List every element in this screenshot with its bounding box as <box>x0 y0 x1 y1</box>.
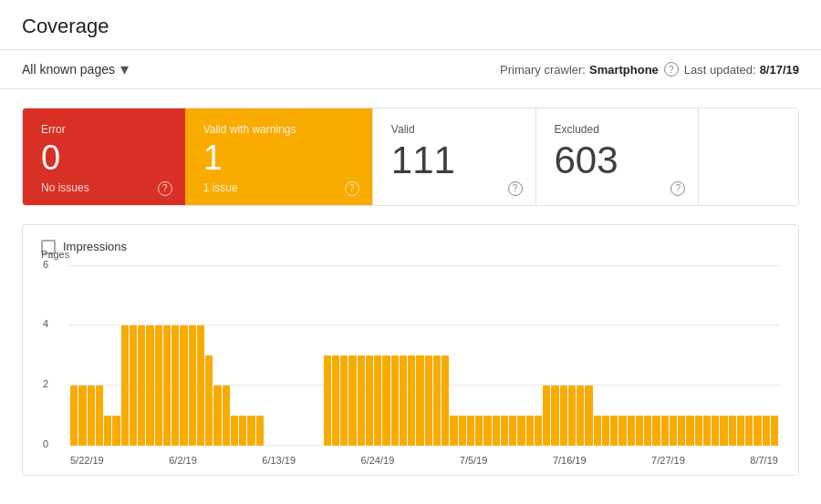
bar <box>348 355 356 446</box>
bar <box>526 416 534 446</box>
bar <box>223 386 230 446</box>
grid-label-0: 0 <box>43 438 48 449</box>
bar <box>247 416 255 446</box>
filter-label: All known pages <box>22 62 115 77</box>
bar <box>670 416 677 446</box>
bar <box>70 386 78 446</box>
bar <box>560 386 567 446</box>
bar <box>425 355 432 446</box>
grid-label-4: 4 <box>43 318 48 329</box>
bar <box>138 325 145 446</box>
bar <box>332 355 339 446</box>
chart-area: Pages 6 4 2 0 5/22/196/2/196/13/196/24/1… <box>41 265 780 466</box>
excluded-value: 603 <box>555 139 681 181</box>
valid-value: 111 <box>391 139 517 181</box>
bar <box>644 416 651 446</box>
bar <box>628 416 635 446</box>
bar <box>483 416 491 446</box>
warning-value: 1 <box>203 139 354 178</box>
warning-sub: 1 issue <box>203 181 354 194</box>
bar <box>753 416 761 446</box>
primary-crawler-value: Smartphone <box>589 63 659 77</box>
toolbar: All known pages ▾ Primary crawler: Smart… <box>0 50 821 89</box>
chart-section: Impressions Pages 6 4 2 0 5/22/196/2/196… <box>22 224 799 476</box>
x-axis-label: 8/7/19 <box>750 455 778 466</box>
bar <box>88 386 95 446</box>
error-label: Error <box>41 123 167 136</box>
impressions-row: Impressions <box>41 240 780 254</box>
bar <box>433 355 441 446</box>
toolbar-right: Primary crawler: Smartphone ? Last updat… <box>500 62 799 77</box>
x-axis-label: 6/24/19 <box>361 455 395 466</box>
x-axis-label: 7/16/19 <box>553 455 587 466</box>
bar <box>729 416 736 446</box>
bar <box>594 416 601 446</box>
bar <box>610 416 618 446</box>
bar <box>231 416 238 446</box>
bar <box>197 325 204 446</box>
primary-crawler-help-icon[interactable]: ? <box>664 62 679 77</box>
grid-label-2: 2 <box>43 378 48 389</box>
bar <box>678 416 685 446</box>
bar <box>543 386 550 446</box>
excluded-card[interactable]: Excluded 603 ? <box>535 108 699 205</box>
bar <box>618 416 626 446</box>
bar <box>121 325 129 446</box>
bar <box>442 355 449 446</box>
main-content: Error 0 No issues ? Valid with warnings … <box>0 89 821 494</box>
bar <box>340 355 348 446</box>
bar <box>636 416 643 446</box>
x-axis-label: 6/2/19 <box>169 455 197 466</box>
valid-help-icon[interactable]: ? <box>506 179 525 196</box>
bar <box>239 416 246 446</box>
bar <box>382 355 390 446</box>
bar <box>661 416 669 446</box>
bar <box>213 386 221 446</box>
warning-label: Valid with warnings <box>203 123 354 136</box>
bar <box>104 416 111 446</box>
bar <box>180 325 187 446</box>
bar <box>416 355 423 446</box>
bar <box>391 355 399 446</box>
error-value: 0 <box>41 139 167 178</box>
bar <box>509 416 516 446</box>
bar <box>686 416 693 446</box>
valid-label: Valid <box>391 123 517 136</box>
error-help-icon[interactable]: ? <box>156 179 174 196</box>
bar <box>163 325 171 446</box>
bar <box>763 416 770 446</box>
warning-help-icon[interactable]: ? <box>343 179 361 196</box>
bar <box>146 325 153 446</box>
bar <box>551 386 558 446</box>
x-axis-label: 6/13/19 <box>262 455 296 466</box>
bar <box>493 416 500 446</box>
last-updated-prefix: Last updated: <box>684 63 756 77</box>
bar <box>358 355 365 446</box>
bar <box>78 386 86 446</box>
excluded-help-icon[interactable]: ? <box>669 179 687 196</box>
bar <box>695 416 702 446</box>
empty-card <box>698 108 798 205</box>
bar <box>475 416 483 446</box>
bar <box>408 355 415 446</box>
bar <box>324 355 331 446</box>
warning-card[interactable]: Valid with warnings 1 1 issue ? <box>185 108 372 205</box>
bar <box>171 325 179 446</box>
bar <box>189 325 196 446</box>
impressions-label: Impressions <box>63 240 127 253</box>
bar <box>459 416 466 446</box>
last-updated-value: 8/17/19 <box>760 63 799 77</box>
bar <box>712 416 719 446</box>
valid-card[interactable]: Valid 111 ? <box>372 108 535 205</box>
x-axis-label: 7/27/19 <box>651 455 685 466</box>
x-axis-labels: 5/22/196/2/196/13/196/24/197/5/197/16/19… <box>68 455 780 466</box>
x-axis-label: 7/5/19 <box>460 455 488 466</box>
bar <box>737 416 744 446</box>
page-header: Coverage <box>0 0 821 50</box>
bar <box>130 325 137 446</box>
chart-inner: 6 4 2 0 5/22/196/2/196/13/196/24/197/5/1… <box>68 265 780 466</box>
bar <box>745 416 753 446</box>
filter-dropdown[interactable]: All known pages ▾ <box>22 59 129 79</box>
error-card[interactable]: Error 0 No issues ? <box>23 108 185 205</box>
bar <box>374 355 381 446</box>
